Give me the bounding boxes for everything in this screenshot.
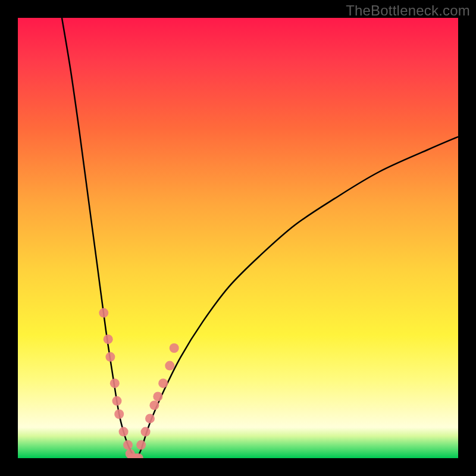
marker-dot (170, 343, 179, 353)
marker-dot (99, 308, 108, 318)
marker-dot (112, 396, 122, 406)
marker-dot (145, 414, 155, 423)
marker-dot (149, 400, 159, 410)
marker-dot (153, 392, 162, 401)
marker-dot (114, 409, 124, 419)
marker-dot (110, 378, 120, 388)
marker-dot (165, 361, 174, 371)
marker-dot (141, 427, 151, 437)
marker-dots (99, 308, 178, 458)
marker-dot (119, 427, 129, 437)
chart-frame: TheBottleneck.com (0, 0, 476, 476)
marker-dot (136, 440, 146, 450)
marker-dot (104, 334, 113, 344)
curve-left-branch (62, 18, 137, 458)
curve-lines (62, 18, 458, 458)
chart-svg (18, 18, 458, 458)
marker-dot (123, 440, 133, 450)
marker-dot (158, 378, 168, 388)
plot-area (18, 18, 458, 458)
curve-right-branch (137, 137, 458, 458)
watermark-text: TheBottleneck.com (346, 2, 470, 19)
marker-dot (105, 352, 115, 362)
